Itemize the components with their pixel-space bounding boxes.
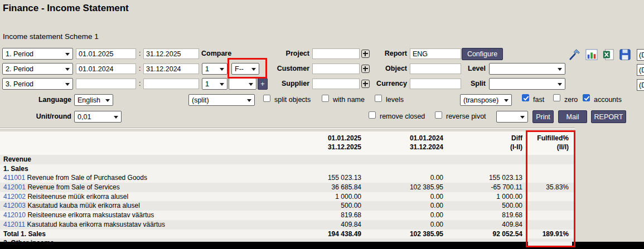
- level-label: Level: [446, 65, 486, 72]
- zero-label: zero: [564, 96, 578, 104]
- unit-round-select[interactable]: 0,01: [74, 111, 122, 123]
- compare-label: Compare: [201, 50, 231, 57]
- account-row-name: 412002 Reisiteenuse müük erikorra alusel: [3, 192, 128, 202]
- account-row-name: 412011 Kasutatud kauba erikorra maksusta…: [3, 220, 165, 230]
- account-link[interactable]: 411001: [3, 174, 25, 182]
- chevron-down-icon: [558, 68, 562, 71]
- table-row: 412010 Reisiteenuse erikorra maksustatav…: [0, 211, 575, 220]
- period2-select[interactable]: 2. Period: [2, 63, 73, 75]
- currency-label: Currency: [362, 80, 407, 87]
- compare2-count-select[interactable]: 1: [202, 63, 227, 75]
- period2-value: 0.00: [430, 173, 443, 183]
- hammer-icon[interactable]: [568, 48, 582, 61]
- income-statement-screen: Finance - Income Statement Income statem…: [0, 0, 644, 249]
- date-separator: :: [139, 50, 141, 57]
- chevron-down-icon: [558, 83, 562, 86]
- period1-value: 36 685.84: [332, 183, 361, 192]
- account-row-name: 411001 Revenue from Sale of Purchased Go…: [3, 173, 147, 183]
- split-select[interactable]: [489, 78, 565, 90]
- cut-select-2[interactable]: (D: [637, 64, 644, 76]
- language-select[interactable]: English: [74, 94, 113, 106]
- accounts-checkbox[interactable]: [583, 94, 590, 101]
- period1-to-input[interactable]: 31.12.2025: [143, 48, 199, 59]
- split-mode-select[interactable]: (split): [188, 94, 255, 106]
- period3-select[interactable]: 3. Period: [2, 78, 73, 90]
- split-label: Split: [446, 80, 486, 87]
- level-select[interactable]: [489, 63, 565, 75]
- period3-to-input[interactable]: [143, 79, 199, 89]
- period1-select[interactable]: 1. Period: [2, 48, 73, 60]
- bar-chart-icon[interactable]: [585, 48, 598, 61]
- supplier-input[interactable]: [312, 79, 360, 89]
- period2-value: 102 385.95: [410, 183, 443, 192]
- date-separator: :: [139, 80, 141, 87]
- table-row: 412011 Kasutatud kauba erikorra maksusta…: [0, 220, 575, 230]
- supplier-label: Supplier: [262, 80, 309, 87]
- fast-checkbox[interactable]: [522, 94, 529, 101]
- configure-button[interactable]: Configure: [462, 48, 503, 60]
- zero-checkbox[interactable]: [553, 94, 560, 101]
- split-objects-label: split objects: [274, 96, 311, 104]
- account-row-name: 412003 Kasutatud kauba müük erikorra alu…: [3, 201, 140, 211]
- period2-from-input[interactable]: 01.01.2024: [76, 64, 136, 74]
- period1-value: 194 438.49: [328, 230, 361, 239]
- customer-label: Customer: [262, 65, 309, 72]
- table-body: Revenue1. Sales411001 Revenue from Sale …: [0, 155, 575, 242]
- period2-value: 0.00: [430, 201, 443, 211]
- compare3-flag-select[interactable]: [229, 78, 256, 90]
- transpose-select[interactable]: (transpose): [460, 94, 512, 106]
- excel-export-icon[interactable]: [602, 48, 615, 61]
- page-title: Finance - Income Statement: [3, 3, 129, 14]
- col-header-period2: 01.01.2024 31.12.2024: [376, 134, 443, 152]
- print-button[interactable]: Print: [532, 110, 554, 123]
- diff-value: 92 052.54: [493, 230, 522, 239]
- chevron-down-icon: [65, 53, 70, 56]
- reverse-pivot-checkbox[interactable]: [435, 111, 442, 119]
- table-row: 1. Sales: [0, 164, 575, 174]
- remove-closed-checkbox[interactable]: [369, 111, 376, 119]
- chevron-down-icon: [114, 116, 118, 119]
- date-separator: :: [139, 65, 141, 72]
- chevron-down-icon: [65, 83, 70, 86]
- period1-from-input[interactable]: 01.01.2025: [76, 48, 136, 59]
- split-objects-checkbox[interactable]: [263, 95, 270, 102]
- account-link[interactable]: 412002: [3, 193, 26, 201]
- table-top-strip: [0, 128, 575, 130]
- diff-value: 1 000.00: [496, 192, 522, 202]
- levels-checkbox[interactable]: [375, 95, 382, 102]
- diff-value: -65 700.11: [491, 183, 523, 192]
- chevron-down-icon: [220, 83, 224, 86]
- compare3-count-select[interactable]: 1: [202, 78, 227, 90]
- table-row: Total 1. Sales194 438.49102 385.9592 052…: [0, 230, 575, 239]
- remove-closed-label: remove closed: [380, 113, 425, 120]
- cut-select-3[interactable]: (D: [637, 79, 644, 91]
- customer-input[interactable]: [312, 64, 360, 74]
- section-row-name: Revenue: [3, 155, 31, 164]
- pivot-extra-select[interactable]: [496, 111, 528, 123]
- period2-to-input[interactable]: 31.12.2024: [143, 64, 199, 74]
- account-link[interactable]: 412003: [3, 202, 26, 209]
- object-label: Object: [362, 65, 407, 72]
- account-link[interactable]: 412001: [3, 183, 26, 191]
- table-header-row: 01.01.2025 31.12.2025 01.01.2024 31.12.2…: [0, 131, 575, 155]
- diff-value: 409.84: [502, 220, 522, 230]
- report-button[interactable]: REPORT: [591, 110, 626, 123]
- with-name-checkbox[interactable]: [322, 95, 329, 102]
- period2-value: 102 385.95: [410, 230, 443, 239]
- with-name-label: with name: [333, 96, 365, 104]
- period1-value: 500.00: [341, 201, 361, 211]
- report-input[interactable]: ENG: [410, 48, 461, 59]
- project-input[interactable]: [312, 48, 360, 59]
- period3-from-input[interactable]: [76, 79, 136, 89]
- cut-select-1[interactable]: (D: [637, 49, 644, 61]
- report-label: Report: [362, 50, 407, 57]
- account-link[interactable]: 412010: [3, 211, 26, 219]
- save-icon[interactable]: [618, 48, 632, 61]
- highlight-compare-flag-box: [227, 58, 267, 79]
- scheme-subtitle: Income statement Scheme 1: [3, 32, 99, 41]
- period1-value: 819.68: [341, 211, 361, 220]
- mail-button[interactable]: Mail: [558, 110, 587, 123]
- section-row-name: 1. Sales: [3, 164, 28, 174]
- account-link[interactable]: 412011: [3, 221, 25, 228]
- project-label: Project: [262, 50, 309, 57]
